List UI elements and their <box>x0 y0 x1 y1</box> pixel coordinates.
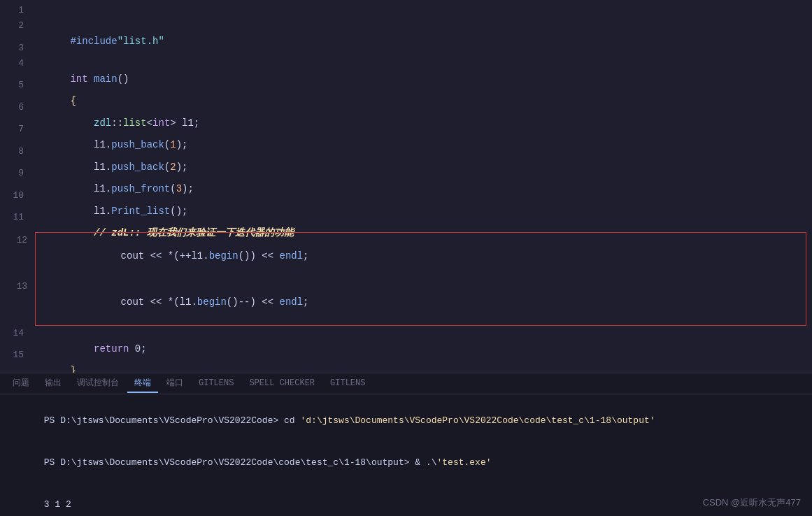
line-num-6: 6 <box>0 100 35 115</box>
tab-problems[interactable]: 问题 <box>6 374 36 393</box>
highlighted-block: 12 cout << *(++l1.begin()) << endl; 13 c… <box>0 232 812 326</box>
tab-debug-console[interactable]: 调试控制台 <box>70 374 126 393</box>
code-line-6: 6 zdl::list<int> l1; <box>0 100 812 122</box>
line-num-11: 11 <box>0 210 35 225</box>
line-num-2: 2 <box>0 18 35 34</box>
terminal-line-3: 3 1 2 <box>11 484 801 516</box>
terminal-area: PS D:\jtsws\Documents\VScodePro\VS2022Co… <box>0 394 812 516</box>
terminal-line-1: PS D:\jtsws\Documents\VScodePro\VS2022Co… <box>11 400 801 442</box>
line-num-13: 13 <box>3 279 38 294</box>
code-line-9: 9 l1.push_front(3); <box>0 166 812 188</box>
csdn-watermark: CSDN @近听水无声477 <box>703 496 801 509</box>
line-num-4: 4 <box>0 56 35 71</box>
tab-bar: 问题 输出 调试控制台 终端 端口 GITLENS SPELL CHECKER … <box>0 373 812 394</box>
tab-output[interactable]: 输出 <box>38 374 69 393</box>
code-line-14: 14 return 0; <box>0 326 812 348</box>
bottom-panel: 问题 输出 调试控制台 终端 端口 GITLENS SPELL CHECKER … <box>0 373 812 516</box>
code-line-8: 8 l1.push_back(2); <box>0 144 812 166</box>
tab-terminal[interactable]: 终端 <box>127 374 158 393</box>
code-line-4: 4 int main() <box>0 56 812 78</box>
code-line-2: 2 #include"list.h" <box>0 18 812 41</box>
line-content-15: } <box>35 347 812 373</box>
code-line-7: 7 l1.push_back(1); <box>0 122 812 144</box>
line-num-10: 10 <box>0 188 35 203</box>
line-num-12: 12 <box>3 233 38 248</box>
line-num-1: 1 <box>0 3 35 18</box>
watermark-text: CSDN @近听水无声477 <box>703 497 801 508</box>
line-num-3: 3 <box>0 41 35 56</box>
line-num-7: 7 <box>0 122 35 137</box>
code-line-10: 10 l1.Print_list(); <box>0 188 812 210</box>
tab-spell-checker[interactable]: SPELL CHECKER <box>242 375 322 392</box>
code-line-15: 15 } <box>0 347 812 370</box>
line-num-9: 9 <box>0 166 35 181</box>
line-num-15: 15 <box>0 347 35 363</box>
code-editor: 1 2 #include"list.h" 3 4 int main() 5 { … <box>0 0 812 373</box>
code-line-3: 3 <box>0 41 812 56</box>
code-line-11: 11 // zdL:: 现在我们来验证一下迭代器的功能 <box>0 210 812 232</box>
tab-gitlens-1[interactable]: GITLENS <box>192 375 241 392</box>
line-num-14: 14 <box>0 326 35 341</box>
line-content-13: cout << *(l1.begin()--) << endl; <box>38 279 803 325</box>
code-line-5: 5 { <box>0 78 812 100</box>
tab-gitlens-2[interactable]: GITLENS <box>323 375 372 392</box>
tab-ports[interactable]: 端口 <box>159 374 190 393</box>
line-num-5: 5 <box>0 78 35 93</box>
line-content-12: cout << *(++l1.begin()) << endl; <box>38 233 803 279</box>
code-line-13: 13 cout << *(l1.begin()--) << endl; <box>3 279 803 325</box>
line-num-8: 8 <box>0 144 35 159</box>
code-line-1: 1 <box>0 3 812 18</box>
terminal-line-2: PS D:\jtsws\Documents\VScodePro\VS2022Co… <box>11 442 801 484</box>
code-line-12: 12 cout << *(++l1.begin()) << endl; <box>3 233 803 279</box>
